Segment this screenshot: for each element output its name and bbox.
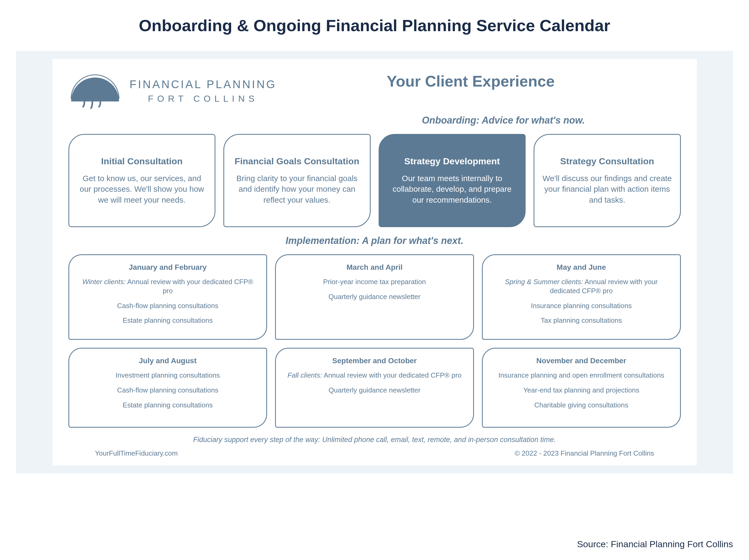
month-line: Prior-year income tax preparation [284,278,465,286]
month-line: Quarterly guidance newsletter [284,293,465,301]
fiduciary-line: Fiduciary support every step of the way:… [68,436,681,444]
month-line: Year-end tax planning and projections [491,386,672,395]
month-line: Estate planning consultations [77,316,259,325]
stage-strategy-consultation: Strategy Consultation We'll discuss our … [534,134,681,227]
page-title: Onboarding & Ongoing Financial Planning … [16,16,733,35]
stage-body: Our team meets internally to collaborate… [387,173,517,206]
source-attribution: Source: Financial Planning Fort Collins [577,539,733,550]
month-line: Tax planning consultations [491,316,672,325]
calendar-row-1: January and February Winter clients: Ann… [68,254,681,340]
brand-text: FINANCIAL PLANNING FORT COLLINS [130,77,277,105]
month-title: January and February [77,263,259,272]
month-line: Cash-flow planning consultations [77,386,259,395]
month-line: Quarterly guidance newsletter [284,386,465,395]
month-title: September and October [284,357,465,365]
background-panel: FINANCIAL PLANNING FORT COLLINS Your Cli… [16,51,733,473]
stage-title: Strategy Consultation [542,156,672,167]
month-line: Fall clients: Annual review with your de… [284,371,465,380]
month-sep-oct: September and October Fall clients: Annu… [275,348,474,428]
experience-title: Your Client Experience [261,72,681,90]
month-title: March and April [284,263,465,272]
month-jan-feb: January and February Winter clients: Ann… [68,254,267,340]
stage-strategy-development: Strategy Development Our team meets inte… [379,134,526,227]
brand-block: FINANCIAL PLANNING FORT COLLINS [68,72,277,109]
card-footer: YourFullTimeFiduciary.com © 2022 - 2023 … [68,449,681,457]
stage-body: Bring clarity to your financial goals an… [232,173,362,206]
implementation-subhead: Implementation: A plan for what's next. [68,235,681,246]
stage-title: Strategy Development [387,156,517,167]
stage-title: Financial Goals Consultation [232,156,362,167]
month-title: November and December [491,357,672,365]
month-may-jun: May and June Spring & Summer clients: An… [482,254,681,340]
month-nov-dec: November and December Insurance planning… [482,348,681,428]
brand-line1: FINANCIAL PLANNING [130,77,277,92]
month-line: Insurance planning consultations [491,301,672,310]
onboarding-subhead: Onboarding: Advice for what's now. [68,115,681,126]
month-jul-aug: July and August Investment planning cons… [68,348,267,428]
header-row: FINANCIAL PLANNING FORT COLLINS Your Cli… [68,72,681,109]
stage-body: We'll discuss our findings and create yo… [542,173,672,206]
brand-line2: FORT COLLINS [130,93,277,104]
month-line: Charitable giving consultations [491,401,672,410]
stage-initial-consultation: Initial Consultation Get to know us, our… [68,134,216,227]
umbrella-icon [68,72,122,109]
stage-body: Get to know us, our services, and our pr… [77,173,207,206]
month-mar-apr: March and April Prior-year income tax pr… [275,254,474,340]
onboarding-stages-row: Initial Consultation Get to know us, our… [68,134,681,227]
month-line: Estate planning consultations [77,401,259,410]
month-title: July and August [77,357,259,365]
footer-url: YourFullTimeFiduciary.com [95,449,178,457]
month-line: Cash-flow planning consultations [77,301,259,310]
month-line: Winter clients: Annual review with your … [77,278,259,296]
footer-copyright: © 2022 - 2023 Financial Planning Fort Co… [515,449,654,457]
month-line: Insurance planning and open enrollment c… [491,371,672,380]
main-card: FINANCIAL PLANNING FORT COLLINS Your Cli… [52,59,697,466]
month-line: Investment planning consultations [77,371,259,380]
calendar-row-2: July and August Investment planning cons… [68,348,681,428]
month-line: Spring & Summer clients: Annual review w… [491,278,672,296]
stage-title: Initial Consultation [77,156,207,167]
month-title: May and June [491,263,672,272]
stage-financial-goals: Financial Goals Consultation Bring clari… [223,134,371,227]
